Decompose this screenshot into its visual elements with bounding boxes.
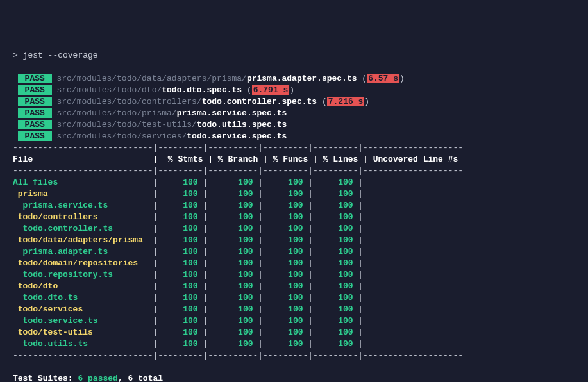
coverage-branch: 100 (208, 189, 258, 199)
coverage-stmts: 100 (158, 270, 203, 279)
coverage-row: todo/domain/repositories | 100 | 100 | 1… (13, 258, 588, 269)
table-divider: ----------------------------|---------|-… (13, 351, 463, 360)
coverage-lines: 100 (313, 293, 358, 303)
test-path: src/modules/todo/controllers/ (56, 97, 201, 106)
coverage-stmts: 100 (158, 316, 203, 326)
test-path: src/modules/todo/data/adapters/prisma/ (56, 74, 246, 83)
coverage-row: todo.service.ts | 100 | 100 | 100 | 100 … (13, 315, 588, 327)
coverage-branch: 100 (208, 247, 258, 256)
coverage-row: todo.dto.ts | 100 | 100 | 100 | 100 | (13, 292, 588, 304)
coverage-branch: 100 (208, 178, 258, 187)
coverage-file: todo/data/adapters/prisma (13, 235, 153, 245)
table-divider: ----------------------------|---------|-… (13, 166, 463, 176)
coverage-row: prisma.adapter.ts | 100 | 100 | 100 | 10… (13, 246, 588, 258)
coverage-funcs: 100 (263, 328, 308, 337)
coverage-lines: 100 (313, 235, 358, 245)
coverage-branch: 100 (208, 293, 258, 303)
coverage-branch: 100 (208, 212, 258, 222)
coverage-file: todo/domain/repositories (13, 258, 153, 268)
coverage-stmts: 100 (158, 178, 203, 187)
coverage-row: todo/test-utils | 100 | 100 | 100 | 100 … (13, 327, 588, 338)
test-file: todo.service.spec.ts (187, 131, 287, 141)
coverage-file: prisma (13, 189, 153, 199)
coverage-row: prisma.service.ts | 100 | 100 | 100 | 10… (13, 200, 588, 212)
summary-suites-total: , 6 total (118, 374, 163, 382)
coverage-file: todo.dto.ts (13, 293, 153, 303)
coverage-branch: 100 (208, 339, 258, 349)
coverage-lines: 100 (313, 201, 358, 210)
coverage-lines: 100 (313, 258, 358, 268)
coverage-lines: 100 (313, 224, 358, 233)
coverage-branch: 100 (208, 316, 258, 326)
coverage-row: todo.controller.ts | 100 | 100 | 100 | 1… (13, 223, 588, 235)
coverage-file: todo.service.ts (13, 316, 153, 326)
coverage-lines: 100 (313, 270, 358, 279)
coverage-row: prisma | 100 | 100 | 100 | 100 | (13, 188, 588, 200)
table-header: File | % Stmts | % Branch | % Funcs | % … (13, 154, 458, 164)
test-path: src/modules/todo/test-utils/ (56, 120, 196, 129)
coverage-row: todo.repository.ts | 100 | 100 | 100 | 1… (13, 269, 588, 281)
coverage-stmts: 100 (158, 328, 203, 337)
coverage-file: prisma.service.ts (13, 201, 153, 210)
command-line: > jest --coverage (13, 51, 98, 60)
coverage-stmts: 100 (158, 281, 203, 291)
coverage-stmts: 100 (158, 339, 203, 349)
coverage-file: prisma.adapter.ts (13, 247, 153, 256)
summary-suites-label: Test Suites: (13, 374, 73, 382)
coverage-branch: 100 (208, 304, 258, 314)
coverage-lines: 100 (313, 328, 358, 337)
coverage-lines: 100 (313, 247, 358, 256)
table-divider: ----------------------------|---------|-… (13, 143, 463, 153)
summary-suites-passed: 6 passed (78, 374, 117, 382)
test-time: 6.791 s (252, 85, 290, 95)
test-file: todo.dto.spec.ts (162, 85, 242, 95)
coverage-stmts: 100 (158, 293, 203, 303)
coverage-file: All files (13, 178, 153, 187)
coverage-branch: 100 (208, 281, 258, 291)
coverage-branch: 100 (208, 328, 258, 337)
coverage-lines: 100 (313, 339, 358, 349)
coverage-file: todo/controllers (13, 212, 153, 222)
coverage-lines: 100 (313, 178, 358, 187)
coverage-row: todo/controllers | 100 | 100 | 100 | 100… (13, 212, 588, 223)
coverage-stmts: 100 (158, 212, 203, 222)
coverage-funcs: 100 (263, 304, 308, 314)
coverage-funcs: 100 (263, 235, 308, 245)
coverage-file: todo.utils.ts (13, 339, 153, 349)
coverage-branch: 100 (208, 201, 258, 210)
coverage-stmts: 100 (158, 258, 203, 268)
coverage-funcs: 100 (263, 293, 308, 303)
coverage-stmts: 100 (158, 304, 203, 314)
pass-badge: PASS (18, 97, 52, 106)
coverage-stmts: 100 (158, 235, 203, 245)
test-file: prisma.service.spec.ts (177, 108, 287, 118)
coverage-lines: 100 (313, 304, 358, 314)
test-file: prisma.adapter.spec.ts (247, 74, 357, 83)
coverage-branch: 100 (208, 224, 258, 233)
coverage-file: todo.controller.ts (13, 224, 153, 233)
terminal-output: > jest --coverage PASS src/modules/todo/… (13, 50, 588, 382)
pass-badge: PASS (18, 85, 52, 95)
coverage-funcs: 100 (263, 316, 308, 326)
coverage-funcs: 100 (263, 178, 308, 187)
coverage-row: todo.utils.ts | 100 | 100 | 100 | 100 | (13, 338, 588, 350)
coverage-lines: 100 (313, 316, 358, 326)
coverage-lines: 100 (313, 281, 358, 291)
test-path: src/modules/todo/dto/ (56, 85, 162, 95)
coverage-branch: 100 (208, 235, 258, 245)
coverage-stmts: 100 (158, 189, 203, 199)
coverage-funcs: 100 (263, 224, 308, 233)
test-path: src/modules/todo/services/ (56, 131, 187, 141)
coverage-branch: 100 (208, 270, 258, 279)
coverage-stmts: 100 (158, 224, 203, 233)
coverage-funcs: 100 (263, 281, 308, 291)
pass-badge: PASS (18, 74, 52, 83)
test-path: src/modules/todo/prisma/ (56, 108, 176, 118)
pass-badge: PASS (18, 108, 52, 118)
coverage-funcs: 100 (263, 258, 308, 268)
coverage-funcs: 100 (263, 212, 308, 222)
coverage-row: todo/services | 100 | 100 | 100 | 100 | (13, 304, 588, 315)
coverage-row: todo/dto | 100 | 100 | 100 | 100 | (13, 281, 588, 292)
coverage-file: todo/dto (13, 281, 153, 291)
coverage-file: todo.repository.ts (13, 270, 153, 279)
